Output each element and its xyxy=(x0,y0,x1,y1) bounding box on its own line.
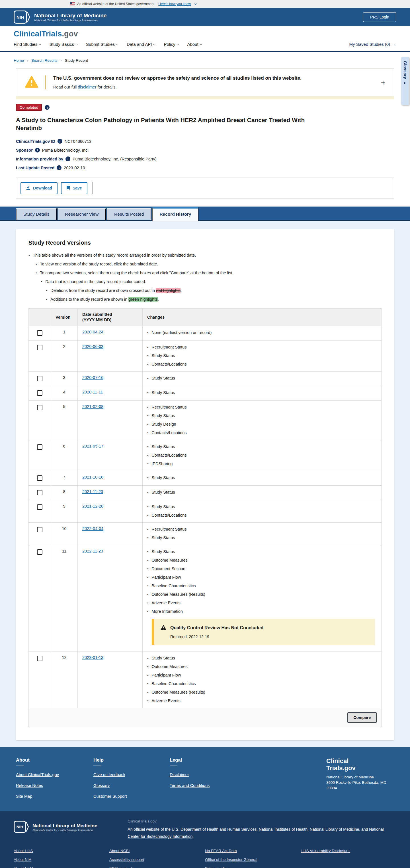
footer-column-help: HelpGive us feedbackGlossaryCustomer Sup… xyxy=(93,757,170,805)
clinicaltrials-logo[interactable]: ClinicalTrials.gov xyxy=(14,30,396,38)
changes-cell: ▪Study Status▪Contacts/Locations▪IPDShar… xyxy=(143,440,382,471)
info-icon[interactable]: i xyxy=(65,156,70,161)
change-label: Outcome Measures (Results) xyxy=(151,591,205,597)
table-row: 102022-04-04▪Recruitment Status▪Study St… xyxy=(29,523,382,545)
version-checkbox[interactable] xyxy=(37,330,42,336)
intro-bullet: ▪Data that is changed in the study recor… xyxy=(28,279,382,284)
info-icon[interactable]: i xyxy=(35,148,40,153)
agency-link-foia-requests[interactable]: FOIA requests xyxy=(109,866,205,868)
version-checkbox[interactable] xyxy=(37,527,42,532)
nav-item-label: About xyxy=(187,42,198,46)
breadcrumb-search-results[interactable]: Search Results xyxy=(31,58,58,63)
date-link[interactable]: 2022-04-04 xyxy=(82,526,104,531)
date-cell: 2020-06-03 xyxy=(78,341,143,372)
meta-row-sponsor: SponsoriPuma Biotechnology, Inc. xyxy=(16,148,394,153)
agency-link-about-hhs[interactable]: About HHS xyxy=(14,849,109,853)
site-nav: ClinicalTrials.gov Find StudiesStudy Bas… xyxy=(0,26,410,52)
date-link[interactable]: 2021-05-17 xyxy=(82,444,104,448)
version-checkbox[interactable] xyxy=(37,490,42,495)
change-item: ▪Study Status xyxy=(147,375,377,381)
tab-researcher-view[interactable]: Researcher View xyxy=(58,208,106,220)
agency-link-hhs-vulnerability-disclosure[interactable]: HHS Vulnerability Disclosure xyxy=(301,849,396,853)
bullet-icon: ▪ xyxy=(147,698,148,704)
version-checkbox[interactable] xyxy=(37,405,42,410)
footer-link-glossary[interactable]: Glossary xyxy=(93,783,170,788)
agency-link-about-nih[interactable]: About NIH xyxy=(14,858,109,862)
agency-link-about-nlm[interactable]: About NLM xyxy=(14,866,109,868)
agency-link-accessibility-support[interactable]: Accessibility support xyxy=(109,858,205,862)
header-date-submitted: Date submitted (YYYY-MM-DD) xyxy=(78,309,143,326)
date-link[interactable]: 2020-04-24 xyxy=(82,330,104,334)
footer-link-release-notes[interactable]: Release Notes xyxy=(16,783,93,788)
breadcrumb-home[interactable]: Home xyxy=(14,58,24,63)
agency-link-office-of-the-inspector-general[interactable]: Office of the Inspector General xyxy=(205,858,301,862)
agency-link-privacy-policy[interactable]: Privacy policy xyxy=(205,866,301,868)
bullet-icon: ▪ xyxy=(147,664,148,670)
tab-results-posted[interactable]: Results Posted xyxy=(107,208,151,220)
nav-item-data-and-api[interactable]: Data and API xyxy=(127,42,155,46)
checkbox-cell xyxy=(29,500,51,523)
date-link[interactable]: 2021-10-18 xyxy=(82,475,104,479)
info-icon[interactable]: i xyxy=(45,105,50,110)
agency-footer: NIH National Library of Medicine Nationa… xyxy=(0,811,410,868)
disclaimer-link[interactable]: disclaimer xyxy=(78,85,96,89)
changes-cell: ▪Study Status xyxy=(143,486,382,500)
date-link[interactable]: 2020-11-11 xyxy=(82,390,103,394)
official-link-national-institutes-of-health[interactable]: National Institutes of Health xyxy=(259,827,308,832)
version-checkbox[interactable] xyxy=(37,549,42,555)
date-link[interactable]: 2021-02-08 xyxy=(82,404,104,409)
footer-link-customer-support[interactable]: Customer Support xyxy=(93,794,170,799)
prs-login-button[interactable]: PRS Login xyxy=(363,12,396,22)
bullet-icon: ▪ xyxy=(147,421,148,427)
date-link[interactable]: 2020-06-03 xyxy=(82,344,104,349)
footer-logo-block: Clinical Trials.gov National Library of … xyxy=(326,757,394,805)
version-checkbox[interactable] xyxy=(37,444,42,450)
nav-item-submit-studies[interactable]: Submit Studies xyxy=(86,42,118,46)
date-link[interactable]: 2021-11-23 xyxy=(82,489,103,494)
change-label: Participant Flow xyxy=(151,672,181,678)
change-item: ▪Study Status xyxy=(147,504,377,509)
save-button[interactable]: Save xyxy=(61,182,87,194)
nav-item-find-studies[interactable]: Find Studies xyxy=(14,42,41,46)
download-button[interactable]: Download xyxy=(21,182,58,194)
footer-link-give-us-feedback[interactable]: Give us feedback xyxy=(93,772,170,777)
version-checkbox[interactable] xyxy=(37,656,42,661)
version-checkbox[interactable] xyxy=(37,475,42,481)
page: An official website of the United States… xyxy=(0,0,410,868)
nav-item-about[interactable]: About xyxy=(187,42,202,46)
agency-link-no-fear-act-data[interactable]: No FEAR Act Data xyxy=(205,849,301,853)
footer-link-terms-and-conditions[interactable]: Terms and Conditions xyxy=(170,783,252,788)
version-checkbox[interactable] xyxy=(37,345,42,350)
expand-plus-icon[interactable]: + xyxy=(381,79,385,86)
date-link[interactable]: 2021-12-28 xyxy=(82,504,104,508)
version-checkbox[interactable] xyxy=(37,376,42,381)
us-flag-icon xyxy=(70,2,75,6)
glossary-side-tab[interactable]: Glossary « xyxy=(401,57,409,105)
tab-study-details[interactable]: Study Details xyxy=(16,208,57,220)
arrow-right-icon: → xyxy=(392,42,396,46)
footer-link-disclaimer[interactable]: Disclaimer xyxy=(170,772,252,777)
official-link-national-library-of-medicine[interactable]: National Library of Medicine xyxy=(310,827,359,832)
footer-link-site-map[interactable]: Site Map xyxy=(16,794,93,799)
official-link-u-s-department-of-health-and-human-services[interactable]: U.S. Department of Health and Human Serv… xyxy=(172,827,257,832)
tab-record-history[interactable]: Record History xyxy=(152,207,199,221)
nav-item-study-basics[interactable]: Study Basics xyxy=(49,42,78,46)
my-saved-studies-link[interactable]: My Saved Studies (0) → xyxy=(349,42,396,46)
date-link[interactable]: 2022-11-23 xyxy=(82,549,103,553)
bullet-icon: ▪ xyxy=(147,489,148,495)
info-icon[interactable]: i xyxy=(57,165,61,170)
info-icon[interactable]: i xyxy=(58,139,62,144)
how-you-know-link[interactable]: Here’s how you know xyxy=(158,2,191,6)
nav-item-policy[interactable]: Policy xyxy=(164,42,178,46)
date-link[interactable]: 2023-01-13 xyxy=(82,655,104,660)
quality-control-notice: Quality Control Review Has Not Concluded… xyxy=(152,619,375,645)
version-checkbox[interactable] xyxy=(37,390,42,396)
date-link[interactable]: 2020-07-16 xyxy=(82,375,104,380)
footer-link-about-clinicaltrials-gov[interactable]: About ClinicalTrials.gov xyxy=(16,772,93,777)
compare-button[interactable]: Compare xyxy=(347,712,377,723)
change-label: Contacts/Locations xyxy=(151,452,186,458)
agency-link-about-ncbi[interactable]: About NCBI xyxy=(109,849,205,853)
change-item: ▪Study Status xyxy=(147,390,377,396)
section-heading: Study Record Versions xyxy=(28,240,382,246)
version-checkbox[interactable] xyxy=(37,504,42,510)
